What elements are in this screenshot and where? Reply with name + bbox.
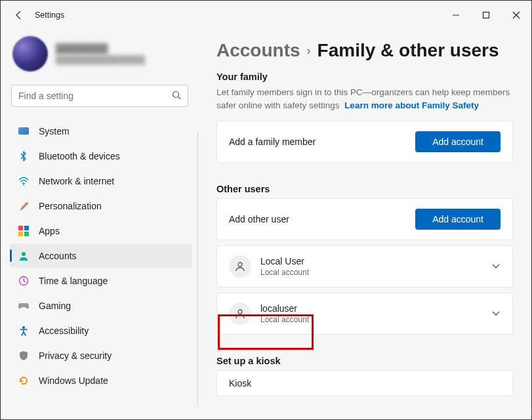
sidebar: ████████ ████████████████ System Bluetoo… bbox=[1, 30, 197, 419]
accessibility-icon bbox=[18, 325, 30, 337]
user-row[interactable]: localuser Local account bbox=[216, 293, 513, 335]
svg-line-8 bbox=[24, 281, 26, 282]
chevron-down-icon bbox=[483, 261, 501, 272]
user-avatar-icon bbox=[229, 303, 251, 325]
nav-label: Gaming bbox=[39, 301, 71, 311]
breadcrumb-parent[interactable]: Accounts bbox=[216, 40, 300, 61]
nav-update[interactable]: Windows Update bbox=[10, 368, 192, 392]
bluetooth-icon bbox=[18, 150, 30, 162]
nav-apps[interactable]: Apps bbox=[10, 219, 192, 243]
avatar bbox=[12, 36, 48, 72]
nav-accessibility[interactable]: Accessibility bbox=[10, 318, 192, 343]
nav-network[interactable]: Network & internet bbox=[10, 169, 192, 193]
nav-label: Accessibility bbox=[39, 326, 89, 336]
nav-system[interactable]: System bbox=[10, 119, 192, 143]
titlebar: Settings bbox=[1, 1, 531, 30]
user-row[interactable]: Local User Local account bbox=[216, 245, 513, 287]
add-other-button[interactable]: Add account bbox=[415, 209, 501, 230]
svg-point-10 bbox=[238, 262, 242, 266]
window-controls bbox=[441, 5, 531, 25]
add-family-label: Add a family member bbox=[229, 136, 415, 147]
add-family-button[interactable]: Add account bbox=[415, 131, 501, 152]
family-heading: Your family bbox=[216, 72, 513, 82]
nav-list: System Bluetooth & devices Network & int… bbox=[10, 119, 192, 392]
profile-email: ████████████████ bbox=[56, 55, 145, 64]
nav-label: Personalization bbox=[39, 201, 102, 211]
nav-bluetooth[interactable]: Bluetooth & devices bbox=[10, 144, 192, 168]
kiosk-heading: Set up a kiosk bbox=[216, 356, 513, 366]
nav-accounts[interactable]: Accounts bbox=[10, 243, 192, 268]
nav-privacy[interactable]: Privacy & security bbox=[10, 343, 192, 368]
system-icon bbox=[18, 125, 30, 137]
apps-icon bbox=[18, 225, 30, 237]
search-box[interactable] bbox=[11, 85, 188, 107]
other-users-heading: Other users bbox=[216, 184, 513, 194]
nav-label: Network & internet bbox=[39, 176, 114, 186]
nav-label: Apps bbox=[39, 226, 60, 236]
nav-label: Windows Update bbox=[39, 375, 108, 386]
nav-gaming[interactable]: Gaming bbox=[10, 293, 192, 318]
window-title: Settings bbox=[35, 10, 64, 20]
svg-line-3 bbox=[178, 96, 181, 99]
svg-point-11 bbox=[238, 310, 242, 314]
user-name: localuser bbox=[260, 303, 474, 314]
family-desc: Let family members sign in to this PC—or… bbox=[216, 86, 513, 112]
svg-point-4 bbox=[23, 184, 24, 185]
back-button[interactable] bbox=[10, 6, 28, 24]
profile-header[interactable]: ████████ ████████████████ bbox=[10, 30, 192, 83]
user-name: Local User bbox=[260, 256, 474, 266]
learn-more-link[interactable]: Learn more about Family Safety bbox=[344, 100, 479, 110]
globe-icon bbox=[18, 275, 30, 287]
gamepad-icon bbox=[18, 300, 30, 312]
svg-point-9 bbox=[22, 326, 25, 329]
nav-time[interactable]: Time & language bbox=[10, 268, 192, 293]
brush-icon bbox=[18, 200, 30, 212]
chevron-down-icon bbox=[483, 308, 501, 319]
svg-point-2 bbox=[173, 91, 179, 97]
nav-label: Bluetooth & devices bbox=[39, 151, 120, 161]
nav-personalization[interactable]: Personalization bbox=[10, 194, 192, 218]
user-type: Local account bbox=[260, 268, 474, 277]
content-area: Accounts › Family & other users Your fam… bbox=[197, 30, 531, 419]
maximize-button[interactable] bbox=[471, 5, 501, 25]
user-avatar-icon bbox=[229, 255, 251, 278]
close-button[interactable] bbox=[501, 5, 531, 25]
wifi-icon bbox=[18, 175, 30, 187]
shield-icon bbox=[18, 350, 30, 362]
nav-label: System bbox=[39, 126, 70, 136]
profile-name: ████████ bbox=[56, 43, 145, 54]
update-icon bbox=[18, 375, 30, 387]
person-icon bbox=[18, 250, 30, 262]
user-type: Local account bbox=[260, 315, 474, 324]
breadcrumb: Accounts › Family & other users bbox=[216, 40, 513, 61]
chevron-right-icon: › bbox=[307, 44, 311, 58]
svg-point-5 bbox=[22, 252, 26, 256]
nav-label: Time & language bbox=[39, 276, 108, 286]
nav-label: Privacy & security bbox=[39, 350, 112, 361]
breadcrumb-current: Family & other users bbox=[317, 40, 499, 61]
search-input[interactable] bbox=[18, 91, 172, 101]
kiosk-label: Kiosk bbox=[229, 378, 501, 388]
kiosk-card[interactable]: Kiosk bbox=[216, 370, 513, 396]
add-other-card: Add other user Add account bbox=[216, 198, 513, 240]
svg-rect-1 bbox=[483, 12, 489, 18]
nav-label: Accounts bbox=[39, 251, 77, 261]
minimize-button[interactable] bbox=[441, 5, 471, 25]
add-other-label: Add other user bbox=[229, 214, 415, 224]
search-icon bbox=[172, 91, 181, 102]
add-family-card: Add a family member Add account bbox=[216, 121, 513, 163]
